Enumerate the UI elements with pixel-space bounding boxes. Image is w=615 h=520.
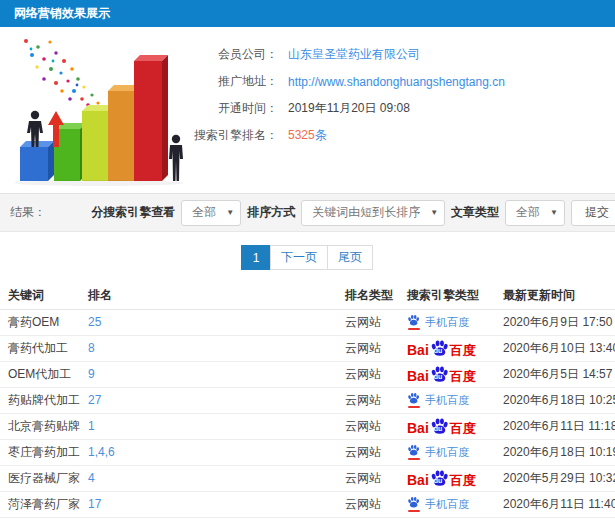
page-link[interactable]: 下一页: [270, 245, 328, 270]
baidu-logo-bai: Bai: [407, 473, 429, 487]
rank-link[interactable]: 9: [88, 367, 95, 381]
filter-select-2[interactable]: 全部▼: [505, 200, 565, 226]
baidu-red-underline: [408, 510, 420, 512]
table-row: 膏药OEM25云网站 手机百度2020年6月9日 17:50: [0, 309, 615, 335]
column-header: 排名类型: [337, 282, 399, 309]
mobile-baidu-icon: [407, 444, 420, 460]
baidu-red-underline: [408, 328, 420, 330]
keyword-cell: 药贴牌代加工: [0, 387, 80, 413]
rank-link[interactable]: 4: [88, 471, 95, 485]
baidu-logo-bai: Bai: [407, 343, 429, 357]
rank-link[interactable]: 25: [88, 315, 101, 329]
header-bar: 网络营销效果展示: [0, 0, 615, 27]
rank-link[interactable]: 17: [88, 497, 101, 511]
confetti-dots: [24, 39, 100, 107]
baidu-logo: Bai du百度: [407, 417, 476, 435]
page-current[interactable]: 1: [241, 245, 271, 270]
engine-cell: 手机百度: [399, 309, 495, 335]
rank-link[interactable]: 1,4,6: [88, 445, 115, 459]
column-header: 最新更新时间: [495, 282, 615, 309]
rank-cell: 1,4,6: [80, 439, 337, 465]
updated-time-cell: 2020年6月11日 11:18: [495, 413, 615, 439]
updated-time-cell: 2020年6月11日 11:40: [495, 491, 615, 517]
keyword-cell: 膏药代加工: [0, 335, 80, 361]
column-header: 关键词: [0, 282, 80, 309]
rank-type-cell: 云网站: [337, 309, 399, 335]
engine-label: 手机百度: [425, 497, 469, 512]
filter-select-0[interactable]: 全部▼: [181, 200, 241, 226]
rank-cell: 4: [80, 465, 337, 491]
baidu-logo-bai: Bai: [407, 369, 429, 383]
baidu-logo-cn: 百度: [450, 474, 476, 487]
info-value[interactable]: http://www.shandonghuangshengtang.cn: [278, 75, 505, 89]
table-row: OEM代加工9云网站Bai du百度2020年6月5日 14:57: [0, 361, 615, 387]
rank-cell: 8: [80, 335, 337, 361]
engine-label: 手机百度: [425, 445, 469, 460]
table-row: 膏药代加工8云网站Bai du百度2020年6月10日 13:40: [0, 335, 615, 361]
baidu-logo-paw: du: [430, 365, 449, 383]
rank-type-cell: 云网站: [337, 491, 399, 517]
rank-cell: 1: [80, 413, 337, 439]
baidu-logo-cn: 百度: [450, 344, 476, 357]
keyword-cell: 菏泽膏药厂家: [0, 491, 80, 517]
filter-label-1: 排序方式: [247, 204, 295, 221]
info-label: 开通时间：: [186, 100, 278, 117]
rank-link[interactable]: 8: [88, 341, 95, 355]
baidu-logo-paw: du: [430, 417, 449, 435]
rank-link[interactable]: 1: [88, 419, 95, 433]
updated-time-cell: 2020年6月18日 10:25: [495, 387, 615, 413]
chevron-down-icon: ▼: [226, 208, 234, 217]
baidu-paw-icon: [407, 392, 420, 405]
table-row: 枣庄膏药加工1,4,6云网站 手机百度2020年6月18日 10:19: [0, 439, 615, 465]
rank-type-cell: 云网站: [337, 335, 399, 361]
chevron-down-icon: ▼: [550, 208, 558, 217]
engine-cell: Bai du百度: [399, 465, 495, 491]
baidu-logo-cn: 百度: [450, 422, 476, 435]
member-info: 会员公司：山东皇圣堂药业有限公司推广地址：http://www.shandong…: [186, 35, 615, 187]
rank-cell: 25: [80, 309, 337, 335]
baidu-paw-icon: [407, 496, 420, 509]
baidu-red-underline: [408, 458, 420, 460]
engine-cell: Bai du百度: [399, 361, 495, 387]
filter-select-1[interactable]: 关键词由短到长排序▼: [301, 200, 445, 226]
updated-time-cell: 2020年6月18日 10:19: [495, 439, 615, 465]
baidu-logo-du: du: [434, 347, 443, 354]
baidu-logo-paw: du: [430, 469, 449, 487]
engine-cell: 手机百度: [399, 439, 495, 465]
keyword-cell: 枣庄膏药加工: [0, 439, 80, 465]
engine-cell: Bai du百度: [399, 413, 495, 439]
engine-cell: Bai du百度: [399, 335, 495, 361]
mobile-baidu-icon: [407, 314, 420, 330]
businessman-right: [169, 135, 183, 181]
keyword-cell: 膏药OEM: [0, 309, 80, 335]
updated-time-cell: 2020年6月10日 13:40: [495, 335, 615, 361]
rank-cell: 17: [80, 491, 337, 517]
engine-label: 手机百度: [425, 393, 469, 408]
column-header: 排名: [80, 282, 337, 309]
rank-link[interactable]: 27: [88, 393, 101, 407]
submit-button[interactable]: 提交: [571, 200, 615, 226]
mobile-baidu-badge: 手机百度: [407, 444, 469, 460]
engine-cell: 手机百度: [399, 491, 495, 517]
baidu-logo-du: du: [434, 425, 443, 432]
rank-type-cell: 云网站: [337, 361, 399, 387]
table-body: 膏药OEM25云网站 手机百度2020年6月9日 17:50膏药代加工8云网站B…: [0, 309, 615, 517]
page-link[interactable]: 尾页: [327, 245, 373, 270]
info-label: 推广地址：: [186, 73, 278, 90]
rank-cell: 9: [80, 361, 337, 387]
bars: [20, 55, 168, 181]
info-row: 开通时间：2019年11月20日 09:08: [186, 95, 615, 122]
engine-cell: 手机百度: [399, 387, 495, 413]
rank-type-cell: 云网站: [337, 387, 399, 413]
info-row: 会员公司：山东皇圣堂药业有限公司: [186, 41, 615, 68]
info-value: 2019年11月20日 09:08: [278, 100, 410, 117]
updated-time-cell: 2020年6月5日 14:57: [495, 361, 615, 387]
info-row: 搜索引擎排名：5325条: [186, 122, 615, 149]
info-value[interactable]: 山东皇圣堂药业有限公司: [278, 46, 420, 63]
updated-time-cell: 2020年6月9日 17:50: [495, 309, 615, 335]
baidu-logo-paw: du: [430, 339, 449, 357]
mobile-baidu-badge: 手机百度: [407, 392, 469, 408]
baidu-logo-cn: 百度: [450, 370, 476, 383]
baidu-logo: Bai du百度: [407, 365, 476, 383]
filter-label-0: 分搜索引擎查看: [91, 204, 175, 221]
